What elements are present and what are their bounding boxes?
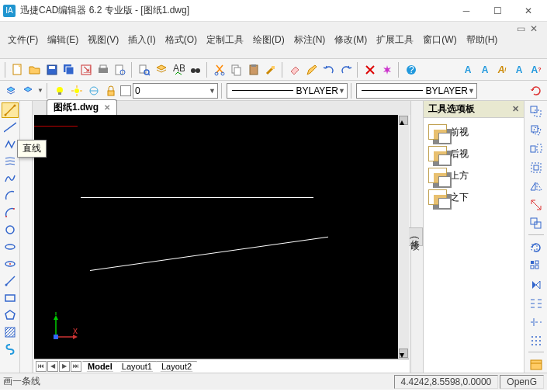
menu-format[interactable]: 格式(O) — [161, 31, 202, 49]
text-a3-icon[interactable]: AI — [494, 62, 510, 78]
search-icon[interactable] — [137, 62, 152, 78]
palette-titlebar[interactable]: 工具选项板 ✕ — [424, 101, 524, 118]
refresh-icon[interactable] — [528, 83, 544, 99]
ellipse-tool-icon[interactable] — [2, 239, 19, 255]
scrollbar-v[interactable]: ▴▾ — [398, 115, 409, 359]
redo-icon[interactable] — [338, 62, 354, 78]
doc-close-icon[interactable]: ✕ — [530, 23, 538, 34]
palette-item-front[interactable]: 前视 — [427, 121, 521, 143]
text-a4-icon[interactable]: A — [511, 62, 527, 78]
stretch-icon[interactable] — [528, 197, 545, 213]
side-tab-modify[interactable]: 修改( — [407, 227, 423, 246]
polygon-tool-icon[interactable] — [2, 307, 19, 323]
binoculars-icon[interactable] — [188, 62, 203, 78]
export-icon[interactable]: ⇲ — [78, 62, 94, 78]
document-tab[interactable]: 图纸1.dwg ✕ — [47, 99, 117, 115]
menu-edit[interactable]: 编辑(E) — [43, 31, 83, 49]
grid-icon[interactable] — [528, 333, 545, 349]
spline-tool-icon[interactable] — [2, 171, 19, 186]
text-a1-icon[interactable]: A — [460, 62, 476, 78]
menu-draw[interactable]: 绘图(D) — [248, 31, 289, 49]
minimize-button[interactable]: ─ — [451, 0, 482, 22]
multiline-icon[interactable] — [2, 154, 19, 169]
delete-icon[interactable] — [362, 62, 378, 78]
hatch-tool-icon[interactable] — [2, 324, 19, 340]
extend-icon[interactable] — [528, 314, 545, 330]
open-icon[interactable] — [27, 62, 43, 78]
light-on-icon[interactable] — [52, 83, 68, 99]
layer-isolate-icon[interactable] — [20, 83, 36, 99]
doc-minimize-icon[interactable]: ▭ — [517, 23, 525, 34]
freeze-icon[interactable] — [86, 83, 102, 99]
edit-icon[interactable] — [304, 62, 320, 78]
ellipse2-tool-icon[interactable] — [2, 256, 19, 272]
lineweight-combo[interactable]: BYLAYER ▼ — [356, 83, 477, 99]
line-tool-icon[interactable] — [2, 102, 19, 118]
menu-window[interactable]: 窗口(W) — [418, 31, 461, 49]
mirror2-icon[interactable] — [528, 277, 545, 293]
refresh2-icon[interactable] — [528, 240, 545, 255]
palette-item-back[interactable]: 后视 — [427, 143, 521, 165]
layer-color-swatch[interactable] — [120, 85, 131, 96]
tab-close-icon[interactable]: ✕ — [104, 103, 110, 112]
arc-tool-icon[interactable] — [2, 188, 19, 203]
eraser-icon[interactable] — [287, 62, 303, 78]
menu-insert[interactable]: 插入(I) — [123, 31, 160, 49]
copy-tool-icon[interactable] — [528, 216, 545, 231]
menu-dimension[interactable]: 标注(N) — [289, 31, 331, 49]
print-icon[interactable] — [95, 62, 111, 78]
maximize-button[interactable]: ☐ — [482, 0, 513, 22]
save-icon[interactable] — [44, 62, 60, 78]
tab-nav-next-icon[interactable]: ▶ — [59, 361, 70, 372]
offset-icon[interactable] — [528, 160, 545, 175]
menu-modify[interactable]: 修改(M) — [330, 31, 372, 49]
polyline-tool-icon[interactable] — [2, 137, 19, 152]
align-icon[interactable] — [528, 141, 545, 157]
new-icon[interactable] — [10, 62, 26, 78]
tab-nav-first-icon[interactable]: ⏮ — [36, 361, 47, 372]
sun-icon[interactable] — [69, 83, 85, 99]
menu-custom-tools[interactable]: 定制工具 — [202, 31, 248, 49]
explode-icon[interactable] — [379, 62, 395, 78]
saveall-icon[interactable] — [61, 62, 77, 78]
rotate-icon[interactable] — [528, 123, 545, 138]
layout-tab-1[interactable]: Layout1 — [116, 361, 158, 372]
match-prop-icon[interactable] — [263, 62, 279, 78]
palette-item-top[interactable]: 上方 — [427, 165, 521, 186]
layer-state-icon[interactable] — [3, 83, 19, 99]
menu-help[interactable]: 帮助(H) — [462, 31, 503, 49]
palette-close-icon[interactable]: ✕ — [512, 104, 519, 114]
cut-icon[interactable] — [212, 62, 227, 78]
arc3p-tool-icon[interactable] — [2, 205, 19, 220]
menu-file[interactable]: 文件(F) — [3, 31, 43, 49]
tab-nav-last-icon[interactable]: ⏭ — [71, 361, 81, 372]
palette-item-bottom[interactable]: 之下 — [427, 186, 521, 208]
mirror-icon[interactable] — [528, 179, 545, 194]
layout-tab-model[interactable]: Model — [82, 361, 118, 372]
rectangle-tool-icon[interactable] — [2, 290, 19, 306]
copy-icon[interactable] — [229, 62, 244, 78]
menu-extended-tools[interactable]: 扩展工具 — [372, 31, 418, 49]
text-a5-icon[interactable]: A? — [528, 62, 544, 78]
text-a2-icon[interactable]: A — [477, 62, 493, 78]
ray-tool-icon[interactable] — [2, 273, 19, 289]
drawing-canvas[interactable]: Y x ▴▾ — [34, 115, 409, 359]
circle-tool-icon[interactable] — [2, 222, 19, 238]
array-icon[interactable] — [528, 258, 545, 274]
close-button[interactable]: ✕ — [513, 0, 544, 22]
layer-combo[interactable]: 0 ▼ — [133, 83, 218, 99]
paste-icon[interactable] — [246, 62, 261, 78]
linetype-combo[interactable]: BYLAYER ▼ — [227, 83, 348, 99]
tab-nav-prev-icon[interactable]: ◀ — [47, 361, 58, 372]
layer-panel-icon[interactable] — [528, 357, 545, 373]
layout-tab-2[interactable]: Layout2 — [156, 361, 197, 372]
print-preview-icon[interactable] — [113, 62, 128, 78]
dropdown-arrow-icon[interactable]: ▼ — [37, 87, 43, 94]
lock-icon[interactable] — [103, 83, 119, 99]
freehand-tool-icon[interactable] — [2, 342, 19, 357]
menu-view[interactable]: 视图(V) — [83, 31, 123, 49]
spell-icon[interactable]: ABC — [171, 62, 186, 78]
break-icon[interactable] — [528, 296, 545, 311]
undo-icon[interactable] — [321, 62, 337, 78]
help-icon[interactable]: ? — [403, 62, 419, 78]
